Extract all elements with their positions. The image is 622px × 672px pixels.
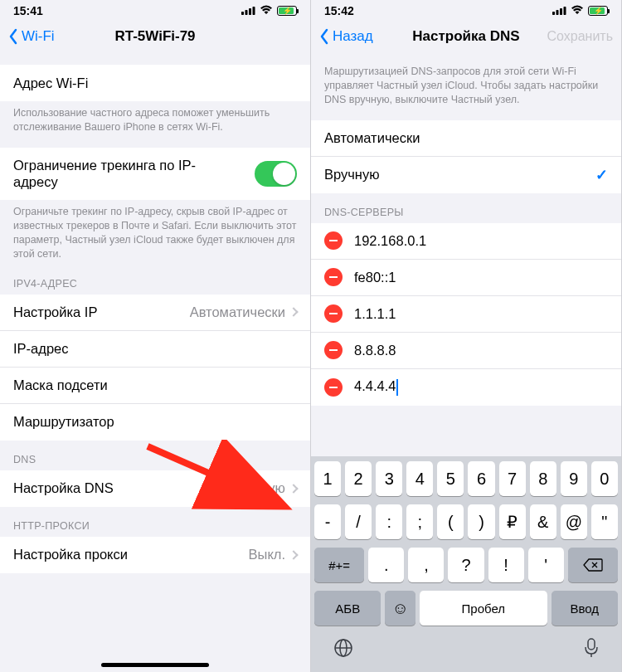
chevron-left-icon [8, 28, 18, 45]
delete-icon[interactable] [324, 378, 343, 397]
emoji-key[interactable]: ☺ [385, 591, 415, 626]
keyboard-key[interactable]: : [376, 504, 402, 539]
dns-servers-header: DNS-СЕРВЕРЫ [311, 193, 621, 223]
delete-icon[interactable] [324, 341, 343, 359]
keyboard-key[interactable]: @ [561, 504, 587, 539]
mode-auto-label: Автоматически [324, 130, 420, 146]
delete-icon[interactable] [324, 304, 343, 323]
status-time: 15:42 [324, 4, 354, 17]
enter-key[interactable]: Ввод [552, 591, 618, 626]
keyboard-key[interactable]: ) [468, 504, 494, 539]
svg-rect-3 [253, 7, 255, 15]
ip-config-cell[interactable]: Настройка IP Автоматически [0, 295, 310, 331]
dns-server-row[interactable]: fe80::1 [311, 260, 621, 296]
keyboard-key[interactable]: 0 [591, 461, 618, 496]
subnet-mask-label: Маска подсети [13, 377, 108, 393]
emoji-icon: ☺ [392, 599, 409, 618]
check-icon: ✓ [595, 166, 608, 184]
wifi-icon [260, 4, 273, 17]
tracking-cell[interactable]: Ограничение трекинга по IP-адресу [0, 148, 310, 200]
dns-config-value: Вручную [230, 480, 285, 496]
nav-bar: Назад Настройка DNS Сохранить [311, 18, 621, 55]
router-label: Маршрутизатор [13, 414, 114, 430]
keyboard-mode-key[interactable]: #+= [314, 548, 364, 582]
proxy-value: Выкл. [249, 547, 285, 562]
keyboard-key[interactable]: 7 [499, 461, 526, 496]
dns-server-value[interactable]: fe80::1 [354, 270, 608, 285]
status-time: 15:41 [13, 4, 43, 17]
content: Адрес Wi-Fi Использование частного адрес… [0, 55, 310, 672]
keyboard-key[interactable]: 8 [530, 461, 556, 496]
keyboard-key[interactable]: ₽ [499, 504, 526, 539]
svg-rect-12 [588, 639, 595, 650]
keyboard-key[interactable]: 3 [376, 461, 402, 496]
svg-rect-1 [245, 10, 248, 15]
mode-manual-cell[interactable]: Вручную ✓ [311, 157, 621, 193]
ipv4-header: IPV4-АДРЕС [0, 265, 310, 295]
dns-server-row[interactable]: 192.168.0.1 [311, 223, 621, 260]
keyboard-key[interactable]: 1 [314, 461, 341, 496]
keyboard-key[interactable]: ' [528, 548, 564, 582]
space-key[interactable]: Пробел [420, 591, 547, 626]
back-label: Назад [333, 28, 373, 45]
mode-auto-cell[interactable]: Автоматически [311, 120, 621, 157]
ip-config-label: Настройка IP [13, 304, 97, 320]
tracking-toggle[interactable] [255, 161, 297, 187]
delete-icon[interactable] [324, 231, 343, 250]
keyboard-key[interactable]: 5 [437, 461, 464, 496]
status-bar: 15:42 ⚡ [311, 0, 621, 18]
status-bar: 15:41 ⚡ [0, 0, 310, 18]
dns-server-row[interactable]: 4.4.4.4 [311, 369, 621, 406]
mode-manual-label: Вручную [324, 167, 380, 183]
keyboard-key[interactable]: 4 [406, 461, 433, 496]
router-cell[interactable]: Маршрутизатор [0, 404, 310, 441]
dns-server-row[interactable]: 8.8.8.8 [311, 333, 621, 369]
keyboard-key[interactable]: ( [437, 504, 464, 539]
keyboard-key[interactable]: / [345, 504, 372, 539]
dns-server-row[interactable]: 1.1.1.1 [311, 296, 621, 333]
tracking-hint: Ограничьте трекинг по IP-адресу, скрыв с… [0, 200, 310, 265]
keyboard-abc-key[interactable]: АБВ [314, 591, 381, 626]
proxy-cell[interactable]: Настройка прокси Выкл. [0, 537, 310, 573]
dns-server-value[interactable]: 8.8.8.8 [354, 343, 608, 358]
dns-server-value[interactable]: 192.168.0.1 [354, 233, 608, 249]
backspace-key[interactable] [568, 548, 618, 582]
chevron-right-icon [289, 484, 298, 493]
svg-rect-0 [241, 12, 244, 15]
dns-config-cell[interactable]: Настройка DNS Вручную [0, 470, 310, 507]
save-button[interactable]: Сохранить [547, 29, 613, 44]
dns-server-value[interactable]: 4.4.4.4 [354, 378, 608, 396]
globe-icon[interactable] [333, 637, 354, 664]
keyboard-key[interactable]: & [530, 504, 556, 539]
back-label: Wi-Fi [22, 28, 55, 45]
tracking-label: Ограничение трекинга по IP-адресу [13, 157, 212, 191]
proxy-header: HTTP-ПРОКСИ [0, 507, 310, 537]
delete-icon[interactable] [324, 268, 343, 286]
phone-left: 15:41 ⚡ Wi-Fi RT-5WiFi-79 Адрес Wi-Fi Ис… [0, 0, 311, 672]
nav-bar: Wi-Fi RT-5WiFi-79 [0, 18, 310, 55]
dns-server-value[interactable]: 1.1.1.1 [354, 306, 608, 322]
keyboard-key[interactable]: " [591, 504, 618, 539]
backspace-icon [583, 558, 603, 572]
keyboard-key[interactable]: - [314, 504, 341, 539]
dns-config-label: Настройка DNS [13, 480, 114, 496]
keyboard-key[interactable]: 6 [468, 461, 494, 496]
wifi-address-cell[interactable]: Адрес Wi-Fi [0, 65, 310, 101]
back-button[interactable]: Wi-Fi [8, 28, 58, 45]
svg-rect-2 [249, 8, 251, 15]
chevron-right-icon [289, 550, 298, 559]
keyboard-key[interactable]: 2 [345, 461, 372, 496]
ip-address-cell[interactable]: IP-адрес [0, 331, 310, 368]
keyboard-key[interactable]: ! [488, 548, 524, 582]
status-icons: ⚡ [241, 4, 297, 17]
keyboard-key[interactable]: . [368, 548, 404, 582]
chevron-right-icon [289, 307, 298, 316]
keyboard-key[interactable]: 9 [561, 461, 587, 496]
mic-icon[interactable] [583, 637, 600, 664]
keyboard-key[interactable]: , [408, 548, 444, 582]
keyboard-key[interactable]: ? [448, 548, 484, 582]
subnet-mask-cell[interactable]: Маска подсети [0, 368, 310, 404]
wifi-icon [571, 4, 584, 17]
back-button[interactable]: Назад [319, 28, 373, 45]
keyboard-key[interactable]: ; [406, 504, 433, 539]
